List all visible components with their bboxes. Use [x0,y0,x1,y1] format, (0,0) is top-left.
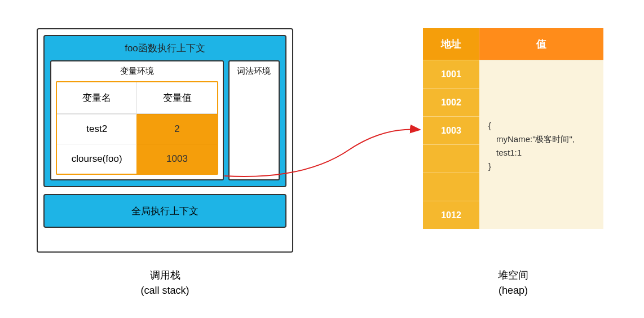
callstack-label-en: (call stack) [37,283,293,298]
var-name-cell: test2 [57,114,137,144]
heap-addr-cell: 1003 [423,116,479,144]
heap-addr-cell [423,173,479,201]
heap-address-column: 1001 1002 1003 1012 [423,60,479,229]
heap-header-row: 地址 值 [423,28,603,60]
heap-label-cn: 堆空间 [423,268,603,283]
heap-obj-line: myName:"极客时间", [486,132,597,146]
lex-env-title: 词法环境 [230,61,279,81]
variable-environment: 变量环境 变量名 变量值 test2 2 clourse(foo [50,60,224,180]
callstack-outer-box: foo函数执行上下文 变量环境 变量名 变量值 test2 2 [37,28,293,253]
foo-execution-context: foo函数执行上下文 变量环境 变量名 变量值 test2 2 [43,35,286,187]
var-value-cell: 1003 [137,144,217,174]
table-row: test2 2 [57,114,217,144]
heap-addr-cell: 1012 [423,201,479,229]
variable-table: 变量名 变量值 test2 2 clourse(foo) 1003 [56,81,218,175]
var-table-header: 变量名 变量值 [57,82,217,114]
heap-addr-header: 地址 [423,28,479,60]
foo-context-title: foo函数执行上下文 [45,36,285,60]
global-context-title: 全局执行上下文 [131,205,199,218]
callstack-panel: foo函数执行上下文 变量环境 变量名 变量值 test2 2 [37,28,293,253]
callstack-label: 调用栈 (call stack) [37,268,293,298]
var-name-header: 变量名 [57,82,137,114]
heap-obj-line: test1:1 [486,146,597,160]
heap-obj-line: } [486,160,597,173]
heap-label-en: (heap) [423,283,603,298]
heap-label: 堆空间 (heap) [423,268,603,298]
var-env-title: 变量环境 [51,61,223,81]
heap-value-column: { myName:"极客时间", test1:1 } [479,60,603,229]
heap-val-header: 值 [479,28,603,60]
table-row: clourse(foo) 1003 [57,144,217,174]
heap-panel: 地址 值 1001 1002 1003 1012 { myName:"极客时间"… [423,28,603,229]
heap-addr-cell [423,144,479,173]
heap-addr-cell: 1002 [423,88,479,116]
var-value-cell: 2 [137,114,217,144]
lexical-environment: 词法环境 [228,60,280,180]
var-value-header: 变量值 [137,82,217,114]
var-name-cell: clourse(foo) [57,144,137,174]
callstack-label-cn: 调用栈 [37,268,293,283]
heap-obj-line: { [486,119,597,132]
heap-addr-cell: 1001 [423,60,479,88]
global-execution-context: 全局执行上下文 [43,194,286,228]
